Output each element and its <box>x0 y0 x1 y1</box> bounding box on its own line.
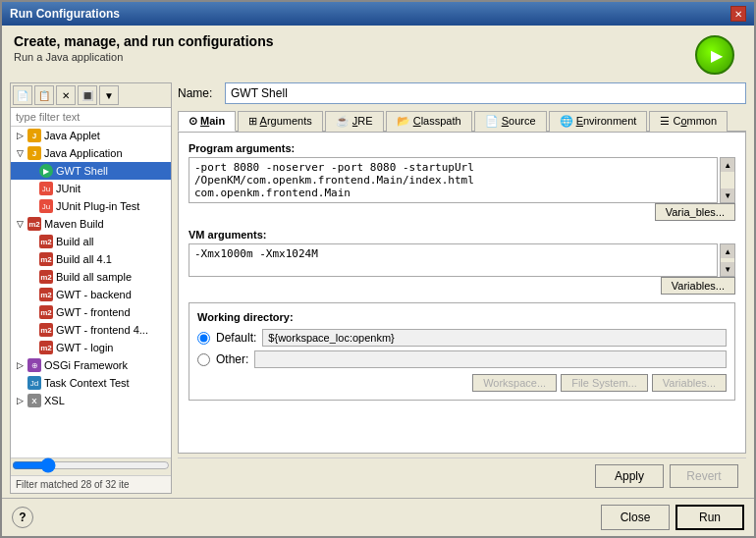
variables-row-1: Varia_bles... <box>189 203 735 221</box>
expand-icon <box>27 272 36 282</box>
program-args-scrollbar[interactable]: ▲ ▼ <box>720 157 735 203</box>
tree-item-build-all-41[interactable]: m2 Build all 4.1 <box>11 250 171 268</box>
junit-icon: Ju <box>39 182 53 195</box>
vm-args-scrollbar[interactable]: ▲ ▼ <box>720 243 735 277</box>
revert-button[interactable]: Revert <box>670 464 738 488</box>
run-button[interactable]: Run <box>675 505 744 530</box>
other-dir-input[interactable] <box>254 350 727 368</box>
tab-arguments-label: Arguments <box>260 115 312 127</box>
tree-item-gwt-backend[interactable]: m2 GWT - backend <box>11 286 171 303</box>
default-dir-input[interactable] <box>262 329 727 347</box>
apply-revert-toolbar: Apply Revert <box>178 457 746 494</box>
vm-scroll-up-btn[interactable]: ▲ <box>721 244 734 258</box>
expand-icon <box>27 325 36 335</box>
expand-icon: ▽ <box>15 219 25 229</box>
tree-item-osgi[interactable]: ▷ ⊕ OSGi Framework <box>11 356 171 374</box>
program-args-section: Program arguments: -port 8080 -noserver … <box>189 142 735 221</box>
tree-item-gwt-shell[interactable]: ▶ GWT Shell <box>11 162 171 180</box>
tree-item-gwt-frontend[interactable]: m2 GWT - frontend <box>11 303 171 321</box>
configuration-tree-panel: 📄 📋 ✕ 🔳 ▼ ▷ J Java Applet ▽ J Java App <box>10 82 172 494</box>
build-all-41-icon: m2 <box>39 252 53 266</box>
tree-item-build-all[interactable]: m2 Build all <box>11 233 171 250</box>
vm-scroll-down-btn[interactable]: ▼ <box>721 262 734 276</box>
file-system-button[interactable]: File System... <box>561 374 648 392</box>
tree-item-maven-build[interactable]: ▽ m2 Maven Build <box>11 215 171 233</box>
expand-icon <box>27 237 36 246</box>
workspace-button[interactable]: Workspace... <box>472 374 557 392</box>
scroll-up-btn[interactable]: ▲ <box>721 158 734 172</box>
tab-arguments-icon: ⊞ <box>248 115 257 127</box>
tab-main-icon: ⊙ <box>189 115 197 127</box>
expand-icon <box>27 307 36 317</box>
filter-status: Filter matched 28 of 32 ite <box>11 475 171 493</box>
tab-common-label: Common <box>673 115 717 127</box>
duplicate-config-button[interactable]: 📋 <box>34 85 54 105</box>
tree-item-build-all-sample[interactable]: m2 Build all sample <box>11 268 171 286</box>
sidebar-hscrollbar[interactable] <box>12 459 170 471</box>
expand-icon: ▷ <box>15 131 25 140</box>
close-button[interactable]: Close <box>601 505 670 530</box>
name-label: Name: <box>178 86 217 100</box>
tree-item-junit-plugin[interactable]: Ju JUnit Plug-in Test <box>11 197 171 215</box>
maven-build-icon: m2 <box>27 217 41 231</box>
run-icon-button[interactable] <box>695 35 734 75</box>
tree-item-label: Java Application <box>44 147 123 159</box>
scroll-down-btn[interactable]: ▼ <box>721 188 734 202</box>
header-title: Create, manage, and run configurations <box>14 33 274 49</box>
tree-item-java-applet[interactable]: ▷ J Java Applet <box>11 127 171 144</box>
wd-buttons: Workspace... File System... Variables... <box>197 374 727 392</box>
java-application-icon: J <box>27 146 41 160</box>
tab-arguments[interactable]: ⊞ Arguments <box>238 111 323 132</box>
tab-common[interactable]: ☰ Common <box>649 111 728 132</box>
vm-args-row: -Xmx1000m -Xmx1024M ▲ ▼ <box>189 243 735 277</box>
name-input[interactable] <box>225 82 746 104</box>
tree-item-xsl[interactable]: ▷ X XSL <box>11 392 171 409</box>
tree-item-label: Maven Build <box>44 218 104 230</box>
tree-item-junit[interactable]: Ju JUnit <box>11 180 171 197</box>
delete-config-button[interactable]: ✕ <box>56 85 76 105</box>
tree-item-label: GWT - backend <box>56 289 132 300</box>
tree-item-gwt-frontend4[interactable]: m2 GWT - frontend 4... <box>11 321 171 339</box>
variables-button-3[interactable]: Variables... <box>652 374 727 392</box>
other-radio[interactable] <box>197 353 210 366</box>
filter-input[interactable] <box>11 108 171 127</box>
program-args-input[interactable]: -port 8080 -noserver -port 8080 -startup… <box>189 157 718 203</box>
expand-icon <box>27 254 36 264</box>
tree-item-label: GWT Shell <box>56 165 108 177</box>
tree-item-java-application[interactable]: ▽ J Java Application <box>11 144 171 162</box>
working-dir-label: Working directory: <box>197 311 727 323</box>
expand-icon <box>27 166 36 176</box>
other-radio-row: Other: <box>197 350 727 368</box>
variables-button-1[interactable]: Varia_bles... <box>655 203 735 221</box>
tab-main[interactable]: ⊙ Main <box>178 111 236 132</box>
variables-button-2[interactable]: Variables... <box>661 277 735 295</box>
apply-button[interactable]: Apply <box>595 464 664 488</box>
new-config-button[interactable]: 📄 <box>13 85 32 105</box>
tree-item-label: JUnit <box>56 183 81 194</box>
close-window-button[interactable]: ✕ <box>730 6 746 22</box>
tab-environment-icon: 🌐 <box>560 115 573 127</box>
filter-button[interactable]: 🔳 <box>78 85 97 105</box>
tab-environment[interactable]: 🌐 Environment <box>549 111 648 132</box>
main-content: 📄 📋 ✕ 🔳 ▼ ▷ J Java Applet ▽ J Java App <box>2 79 754 498</box>
other-radio-label: Other: <box>216 352 248 366</box>
gwt-frontend-icon: m2 <box>39 305 53 319</box>
tree-item-gwt-login[interactable]: m2 GWT - login <box>11 339 171 356</box>
collapse-all-button[interactable]: ▼ <box>99 85 119 105</box>
title-bar: Run Configurations ✕ <box>2 2 754 26</box>
tab-bar: ⊙ Main ⊞ Arguments ☕ JRE 📂 Classpath 📄 <box>178 110 746 132</box>
expand-icon: ▷ <box>15 396 25 405</box>
vm-args-input[interactable]: -Xmx1000m -Xmx1024M <box>189 243 718 277</box>
working-directory-section: Working directory: Default: Other: Works… <box>189 302 735 401</box>
tab-source[interactable]: 📄 Source <box>474 111 547 132</box>
default-radio[interactable] <box>197 332 210 345</box>
tab-source-label: Source <box>502 115 536 127</box>
tree-item-task-context[interactable]: Jd Task Context Test <box>11 374 171 392</box>
tab-classpath[interactable]: 📂 Classpath <box>386 111 472 132</box>
tree-item-label: Task Context Test <box>44 377 130 389</box>
tab-jre[interactable]: ☕ JRE <box>325 111 384 132</box>
help-button[interactable]: ? <box>12 507 33 528</box>
tab-classpath-label: Classpath <box>413 115 461 127</box>
expand-icon: ▷ <box>15 360 25 370</box>
sidebar-toolbar: 📄 📋 ✕ 🔳 ▼ <box>11 83 171 108</box>
